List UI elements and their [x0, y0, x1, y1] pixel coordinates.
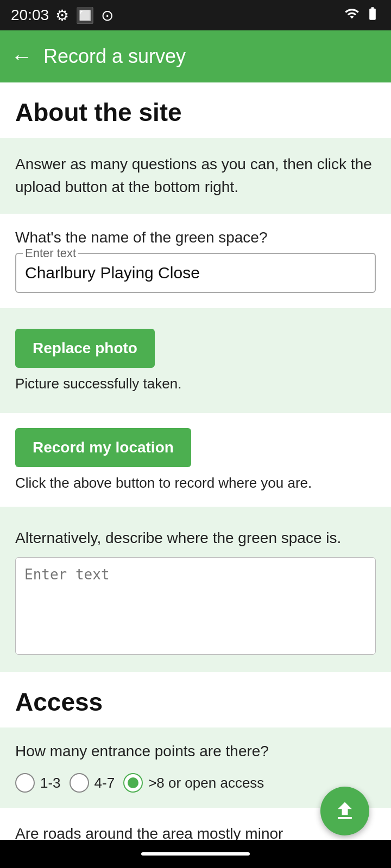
access-section-header: Access [0, 672, 391, 727]
upload-icon [333, 799, 357, 823]
green-space-input-label: Enter text [23, 246, 78, 260]
radio-item-4-7[interactable]: 4-7 [70, 773, 115, 793]
location-section: Record my location Click the above butto… [0, 413, 391, 507]
green-space-input-wrapper: Enter text [15, 253, 376, 293]
bottom-home-indicator [141, 852, 250, 856]
divider-3 [0, 507, 391, 512]
green-space-input[interactable] [25, 259, 366, 286]
app-bar: ← Record a survey [0, 30, 391, 82]
entrance-question: How many entrance points are there? [15, 743, 376, 760]
about-section-title: About the site [15, 98, 376, 127]
cast-icon: ⊙ [101, 7, 113, 24]
radio-label-open-access: >8 or open access [148, 775, 264, 792]
record-location-button[interactable]: Record my location [15, 428, 191, 467]
divider-2 [0, 407, 391, 413]
photo-section: Replace photo Picture successfully taken… [0, 314, 391, 407]
radio-circle-4-7 [70, 773, 89, 793]
about-section-header: About the site [0, 82, 391, 138]
replace-photo-button[interactable]: Replace photo [15, 329, 155, 368]
upload-fab[interactable] [320, 787, 369, 835]
status-bar-right [344, 6, 380, 25]
alt-location-input[interactable] [15, 557, 376, 655]
back-button[interactable]: ← [11, 46, 33, 67]
app-bar-title: Record a survey [43, 45, 186, 68]
photo-status-text: Picture successfully taken. [15, 375, 376, 392]
divider-1 [0, 308, 391, 314]
radio-item-open-access[interactable]: >8 or open access [123, 773, 264, 793]
green-space-question: What's the name of the green space? [15, 229, 376, 246]
battery-icon [365, 6, 380, 25]
bottom-nav-bar [0, 840, 391, 868]
settings-icon: ⚙ [55, 7, 69, 24]
green-space-name-section: What's the name of the green space? Ente… [0, 214, 391, 308]
page-content: About the site Answer as many questions … [0, 82, 391, 859]
info-text: Answer as many questions as you can, the… [15, 153, 376, 199]
radio-circle-open-access [123, 773, 143, 793]
radio-item-1-3[interactable]: 1-3 [15, 773, 61, 793]
alt-location-label: Alternatively, describe where the green … [15, 527, 376, 548]
radio-circle-1-3 [15, 773, 35, 793]
entrance-radio-group: 1-3 4-7 >8 or open access [15, 773, 376, 793]
nfc-icon: 🔲 [75, 7, 94, 24]
status-bar: 20:03 ⚙ 🔲 ⊙ [0, 0, 391, 30]
radio-label-4-7: 4-7 [94, 775, 115, 792]
status-bar-left: 20:03 ⚙ 🔲 ⊙ [11, 7, 113, 24]
alt-location-section: Alternatively, describe where the green … [0, 512, 391, 672]
info-box: Answer as many questions as you can, the… [0, 138, 391, 214]
access-section-title: Access [15, 687, 376, 717]
status-time: 20:03 [11, 7, 49, 24]
wifi-icon [344, 6, 360, 25]
radio-label-1-3: 1-3 [40, 775, 61, 792]
location-hint-text: Click the above button to record where y… [15, 475, 376, 492]
